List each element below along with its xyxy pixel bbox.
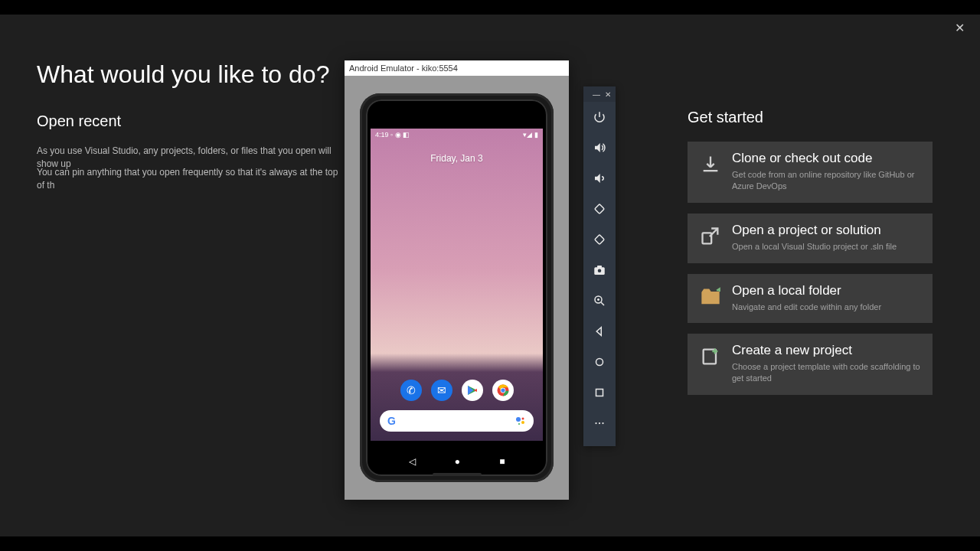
android-nav-bar: ◁ ● ■ xyxy=(366,456,547,467)
open-recent-text-2: You can pin anything that you open frequ… xyxy=(37,166,343,192)
open-project-icon xyxy=(700,226,721,247)
phone-screen[interactable]: 4:19 ◦ ◉ ◧ ▾◢ ▮ Friday, Jan 3 ✆ ✉ xyxy=(371,129,543,441)
svg-rect-16 xyxy=(596,390,603,396)
svg-point-4 xyxy=(501,388,505,392)
play-store-icon[interactable] xyxy=(462,380,483,401)
home-date: Friday, Jan 3 xyxy=(371,153,543,164)
svg-point-8 xyxy=(518,423,520,425)
home-icon[interactable] xyxy=(583,347,616,377)
open-project-desc: Open a local Visual Studio project or .s… xyxy=(732,241,920,253)
messages-app-icon[interactable]: ✉ xyxy=(431,380,452,401)
toolbar-close-icon[interactable]: ✕ xyxy=(605,90,611,99)
zoom-icon[interactable] xyxy=(583,285,616,316)
status-right: ▾◢ ▮ xyxy=(523,131,538,139)
status-bar: 4:19 ◦ ◉ ◧ ▾◢ ▮ xyxy=(371,129,543,141)
new-project-desc: Choose a project template with code scaf… xyxy=(732,361,920,384)
back-icon[interactable] xyxy=(583,316,616,347)
emulator-body: 4:19 ◦ ◉ ◧ ▾◢ ▮ Friday, Jan 3 ✆ ✉ xyxy=(345,76,569,500)
svg-point-7 xyxy=(521,421,524,424)
vs-start-window: ✕ What would you like to do? Open recent… xyxy=(0,15,980,536)
svg-point-17 xyxy=(595,422,596,424)
clone-desc: Get code from an online repository like … xyxy=(732,169,920,192)
bottom-speaker xyxy=(433,473,482,476)
svg-point-19 xyxy=(602,422,603,424)
get-started-title: Get started xyxy=(688,109,763,126)
rotate-left-icon[interactable] xyxy=(583,194,616,224)
svg-point-6 xyxy=(522,418,524,420)
power-icon[interactable] xyxy=(583,102,616,132)
clone-card[interactable]: Clone or check out code Get code from an… xyxy=(688,142,933,203)
more-icon[interactable] xyxy=(583,408,616,439)
open-folder-card[interactable]: Open a local folder Navigate and edit co… xyxy=(688,274,933,324)
status-time: 4:19 ◦ ◉ ◧ xyxy=(375,131,410,139)
new-project-title: Create a new project xyxy=(732,343,920,358)
svg-point-18 xyxy=(599,422,600,424)
phone-app-icon[interactable]: ✆ xyxy=(400,380,422,401)
new-project-card[interactable]: Create a new project Choose a project te… xyxy=(688,334,933,395)
back-nav-icon[interactable]: ◁ xyxy=(409,456,416,467)
google-search-bar[interactable]: G xyxy=(380,410,534,432)
phone-frame: 4:19 ◦ ◉ ◧ ▾◢ ▮ Friday, Jan 3 ✆ ✉ xyxy=(360,93,554,482)
get-started-cards: Clone or check out code Get code from an… xyxy=(688,142,933,395)
volume-up-icon[interactable] xyxy=(583,132,616,163)
svg-rect-0 xyxy=(703,233,712,243)
overview-nav-icon[interactable]: ■ xyxy=(499,456,505,467)
rotate-right-icon[interactable] xyxy=(583,224,616,255)
app-dock: ✆ ✉ xyxy=(371,380,543,401)
open-folder-title: Open a local folder xyxy=(732,283,920,298)
screenshot-icon[interactable] xyxy=(583,255,616,285)
google-logo-icon: G xyxy=(387,415,396,427)
new-project-icon xyxy=(700,346,721,367)
emulator-window[interactable]: Android Emulator - kiko:5554 4:19 ◦ ◉ ◧ … xyxy=(345,60,569,500)
svg-point-15 xyxy=(596,359,603,366)
svg-point-12 xyxy=(598,269,602,273)
open-project-card[interactable]: Open a project or solution Open a local … xyxy=(688,214,933,263)
overview-icon[interactable] xyxy=(583,377,616,408)
svg-rect-9 xyxy=(595,204,605,214)
open-recent-title: Open recent xyxy=(37,112,121,130)
open-folder-desc: Navigate and edit code within any folder xyxy=(732,302,920,313)
clone-title: Clone or check out code xyxy=(732,151,920,166)
svg-point-5 xyxy=(516,417,521,422)
clone-icon xyxy=(700,154,721,175)
open-project-title: Open a project or solution xyxy=(732,223,920,238)
svg-rect-13 xyxy=(597,266,602,268)
chrome-app-icon[interactable] xyxy=(492,380,514,401)
open-folder-icon xyxy=(700,286,721,308)
svg-rect-10 xyxy=(595,235,605,245)
emulator-toolbar: — ✕ xyxy=(583,86,616,446)
assistant-icon[interactable] xyxy=(515,416,526,426)
page-title: What would you like to do? xyxy=(37,60,329,89)
close-icon[interactable]: ✕ xyxy=(949,18,971,38)
emulator-title[interactable]: Android Emulator - kiko:5554 xyxy=(345,60,569,76)
volume-down-icon[interactable] xyxy=(583,163,616,194)
home-nav-icon[interactable]: ● xyxy=(455,456,460,467)
toolbar-minimize-icon[interactable]: — xyxy=(593,90,600,99)
